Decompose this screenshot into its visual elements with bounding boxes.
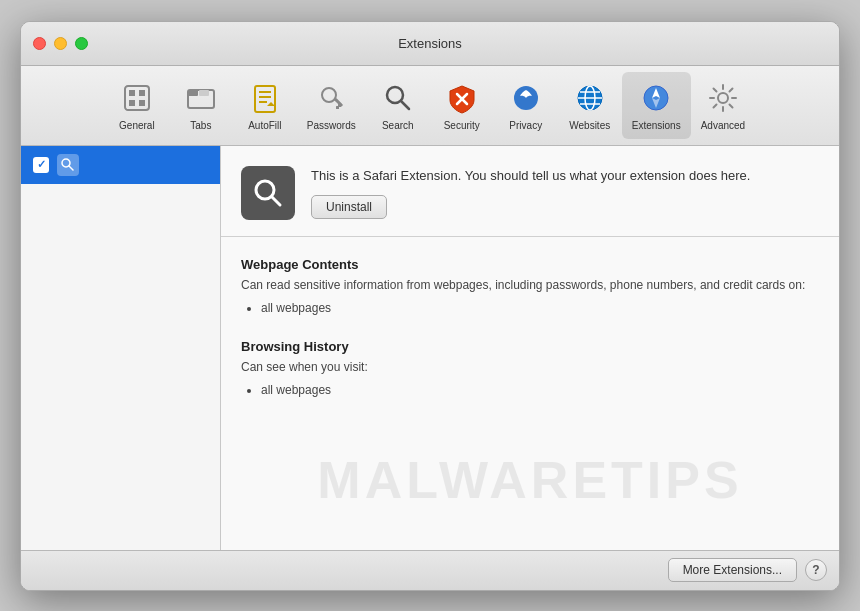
toolbar-item-websites[interactable]: Websites xyxy=(558,72,622,139)
svg-line-17 xyxy=(401,101,409,109)
svg-point-12 xyxy=(322,88,336,102)
browsing-history-item: all webpages xyxy=(261,380,819,402)
toolbar-item-extensions[interactable]: Extensions xyxy=(622,72,691,139)
main-panel: MALWARETIPS This is a Safari Extension. … xyxy=(221,146,839,550)
browsing-history-desc: Can see when you visit: xyxy=(241,358,819,376)
search-label: Search xyxy=(382,120,414,131)
svg-rect-2 xyxy=(139,90,145,96)
minimize-button[interactable] xyxy=(54,37,67,50)
extension-header: This is a Safari Extension. You should t… xyxy=(221,146,839,237)
advanced-icon xyxy=(705,80,741,116)
maximize-button[interactable] xyxy=(75,37,88,50)
titlebar: Extensions xyxy=(21,22,839,66)
svg-rect-7 xyxy=(199,90,209,96)
svg-rect-4 xyxy=(139,100,145,106)
passwords-label: Passwords xyxy=(307,120,356,131)
svg-rect-15 xyxy=(338,104,341,107)
more-extensions-button[interactable]: More Extensions... xyxy=(668,558,797,582)
toolbar-item-tabs[interactable]: Tabs xyxy=(169,72,233,139)
toolbar-item-search[interactable]: Search xyxy=(366,72,430,139)
general-label: General xyxy=(119,120,155,131)
sidebar-item-search-ext[interactable]: ✓ xyxy=(21,146,220,184)
svg-rect-1 xyxy=(129,90,135,96)
toolbar-item-privacy[interactable]: Privacy xyxy=(494,72,558,139)
privacy-label: Privacy xyxy=(509,120,542,131)
help-button[interactable]: ? xyxy=(805,559,827,581)
extension-big-icon xyxy=(241,166,295,220)
window-controls xyxy=(33,37,88,50)
toolbar-item-advanced[interactable]: Advanced xyxy=(691,72,755,139)
toolbar-item-security[interactable]: Security xyxy=(430,72,494,139)
webpage-contents-group: Webpage Contents Can read sensitive info… xyxy=(241,257,819,320)
websites-label: Websites xyxy=(569,120,610,131)
svg-rect-0 xyxy=(125,86,149,110)
toolbar-item-general[interactable]: General xyxy=(105,72,169,139)
svg-rect-6 xyxy=(188,90,198,96)
svg-point-29 xyxy=(718,93,728,103)
websites-icon xyxy=(572,80,608,116)
browsing-history-list: all webpages xyxy=(241,380,819,402)
svg-rect-3 xyxy=(129,100,135,106)
toolbar-item-passwords[interactable]: Passwords xyxy=(297,72,366,139)
extension-sidebar-icon xyxy=(57,154,79,176)
extension-info: This is a Safari Extension. You should t… xyxy=(311,166,819,220)
security-label: Security xyxy=(444,120,480,131)
webpage-contents-desc: Can read sensitive information from webp… xyxy=(241,276,819,294)
watermark: MALWARETIPS xyxy=(221,450,839,510)
close-button[interactable] xyxy=(33,37,46,50)
bottom-bar: More Extensions... ? xyxy=(21,550,839,590)
extensions-label: Extensions xyxy=(632,120,681,131)
extensions-icon xyxy=(638,80,674,116)
autofill-label: AutoFill xyxy=(248,120,281,131)
webpage-contents-item: all webpages xyxy=(261,298,819,320)
permissions-section: Webpage Contents Can read sensitive info… xyxy=(221,237,839,442)
tabs-label: Tabs xyxy=(190,120,211,131)
sidebar: ✓ xyxy=(21,146,221,550)
uninstall-button[interactable]: Uninstall xyxy=(311,195,387,219)
webpage-contents-list: all webpages xyxy=(241,298,819,320)
svg-rect-8 xyxy=(255,86,275,112)
privacy-icon xyxy=(508,80,544,116)
extension-checkbox[interactable]: ✓ xyxy=(33,157,49,173)
window-title: Extensions xyxy=(398,36,462,51)
browsing-history-title: Browsing History xyxy=(241,339,819,354)
content-area: ✓ MALWARETIPS xyxy=(21,146,839,550)
general-icon xyxy=(119,80,155,116)
svg-line-33 xyxy=(272,197,280,205)
autofill-icon xyxy=(247,80,283,116)
main-window: Extensions General xyxy=(20,21,840,591)
toolbar-item-autofill[interactable]: AutoFill xyxy=(233,72,297,139)
extension-description: This is a Safari Extension. You should t… xyxy=(311,166,819,186)
svg-line-31 xyxy=(69,166,73,170)
advanced-label: Advanced xyxy=(701,120,745,131)
search-toolbar-icon xyxy=(380,80,416,116)
security-icon xyxy=(444,80,480,116)
checkmark-icon: ✓ xyxy=(37,158,46,171)
watermark-text: MALWARETIPS xyxy=(317,450,742,510)
browsing-history-group: Browsing History Can see when you visit:… xyxy=(241,339,819,402)
tabs-icon xyxy=(183,80,219,116)
webpage-contents-title: Webpage Contents xyxy=(241,257,819,272)
toolbar: General Tabs A xyxy=(21,66,839,146)
passwords-icon xyxy=(313,80,349,116)
